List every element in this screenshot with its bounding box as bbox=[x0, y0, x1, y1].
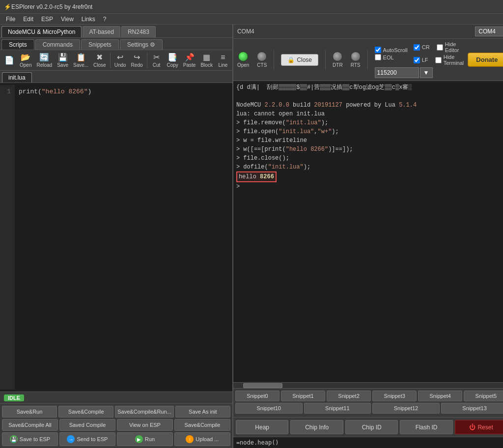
cts-led bbox=[257, 52, 267, 61]
run-button[interactable]: ▶ Run bbox=[117, 432, 173, 446]
open-button[interactable]: 📂 Open bbox=[18, 52, 33, 69]
reload-label: Reload bbox=[36, 62, 52, 68]
reload-button[interactable]: 🔄 Reload bbox=[34, 52, 54, 69]
term-line-garbage: {d d满| 刮郧▒▒▒▒▒$▒▒#|营▒▒▒况插▒▒c犁og滤og芝▒▒c▒x… bbox=[236, 83, 503, 92]
view-on-esp-button-2[interactable]: View on ESP bbox=[117, 419, 173, 431]
eol-checkbox[interactable] bbox=[375, 54, 381, 60]
reset-button[interactable]: ⏻ Reset bbox=[455, 420, 503, 434]
donate-button[interactable]: Donate bbox=[468, 53, 503, 67]
paste-button[interactable]: 📌 Paste bbox=[181, 52, 198, 69]
h-scrollbar[interactable] bbox=[233, 382, 503, 388]
tab-settings[interactable]: Settings ⚙ bbox=[120, 39, 163, 50]
tab-commands[interactable]: Commands bbox=[35, 39, 80, 50]
view-on-esp-button-1[interactable]: Saved Compile bbox=[59, 419, 115, 431]
upload-icon: ↑ bbox=[186, 435, 194, 443]
primary-tab-bar: NodeMCU & MicroPython AT-based RN2483 bbox=[0, 25, 232, 38]
chip-info-button[interactable]: Chip Info bbox=[290, 420, 343, 434]
save-as-button[interactable]: 📋 Save... bbox=[71, 52, 90, 69]
open-label: Open bbox=[237, 62, 249, 68]
undo-button[interactable]: ↩ Undo bbox=[112, 52, 128, 69]
line-button[interactable]: ≡ Line bbox=[216, 52, 230, 69]
save-compile-all-button[interactable]: Save&Compile All bbox=[2, 419, 58, 431]
upload-button[interactable]: ↑ Upload ... bbox=[174, 432, 230, 446]
tab-at[interactable]: AT-based bbox=[83, 26, 120, 37]
tab-rn2483[interactable]: RN2483 bbox=[121, 26, 156, 37]
save-button[interactable]: 💾 Save bbox=[55, 52, 70, 69]
tab-snippets[interactable]: Snippets bbox=[81, 39, 119, 50]
send-to-esp-button[interactable]: → Send to ESP bbox=[59, 432, 115, 446]
file-tab-initlua[interactable]: init.lua bbox=[2, 72, 32, 83]
save-compile-button[interactable]: Save&Compile bbox=[58, 406, 113, 418]
redo-icon: ↪ bbox=[134, 53, 140, 62]
close-serial-button[interactable]: 🔒 Close bbox=[281, 54, 318, 66]
snippet11-button[interactable]: Snippet11 bbox=[304, 403, 371, 414]
snippet13-button[interactable]: Snippet13 bbox=[441, 403, 503, 414]
chip-id-button[interactable]: Chip ID bbox=[345, 420, 398, 434]
flash-id-button[interactable]: Flash ID bbox=[400, 420, 453, 434]
save-compile-run-button[interactable]: Save&Compile&Run... bbox=[115, 406, 173, 418]
open-icon: 📂 bbox=[21, 53, 30, 62]
tab-nodemcu[interactable]: NodeMCU & MicroPython bbox=[1, 26, 82, 37]
snippet5-button[interactable]: Snippet5 bbox=[464, 391, 503, 401]
menu-esp[interactable]: ESP bbox=[37, 15, 57, 24]
snippet4-button[interactable]: Snippet4 bbox=[418, 391, 462, 401]
hide-editor-checkbox[interactable] bbox=[437, 44, 443, 51]
code-content[interactable]: print("hello 8266") bbox=[15, 85, 232, 390]
save-as-init-button[interactable]: Save As init bbox=[175, 406, 230, 418]
save-run-button[interactable]: Save&Run bbox=[2, 406, 57, 418]
com-port-label: COM4 bbox=[237, 28, 254, 35]
snippet10-button[interactable]: Snippet10 bbox=[235, 403, 303, 414]
copy-button[interactable]: 📑 Copy bbox=[165, 52, 180, 69]
block-icon: ▦ bbox=[203, 53, 210, 62]
menu-file[interactable]: File bbox=[2, 15, 19, 24]
cr-row: CR Hide Editor bbox=[414, 41, 464, 53]
term-line-prompt: > bbox=[236, 182, 503, 191]
secondary-tab-bar: Scripts Commands Snippets Settings ⚙ bbox=[0, 38, 232, 50]
send-to-esp-icon: → bbox=[67, 435, 75, 443]
new-button[interactable]: 📄 bbox=[2, 55, 17, 66]
command-input[interactable] bbox=[236, 439, 503, 446]
lf-checkbox[interactable] bbox=[414, 57, 420, 63]
menu-help[interactable]: ? bbox=[99, 15, 111, 24]
file-tab-bar: init.lua bbox=[0, 71, 232, 83]
redo-button[interactable]: ↪ Redo bbox=[129, 52, 145, 69]
cut-icon: ✂ bbox=[153, 53, 160, 62]
close-file-button[interactable]: ✖ Close bbox=[91, 52, 108, 69]
menu-edit[interactable]: Edit bbox=[19, 15, 37, 24]
cut-label: Cut bbox=[153, 62, 161, 68]
term-line-close: > file.close(); bbox=[236, 154, 503, 163]
snippet12-button[interactable]: Snippet12 bbox=[372, 403, 440, 414]
save-to-esp-button[interactable]: 💾 Save to ESP bbox=[2, 432, 58, 446]
com-port-dropdown[interactable]: COM4 bbox=[475, 27, 503, 36]
code-line-1: print("hello 8266") bbox=[19, 88, 91, 95]
snippet0-button[interactable]: Snippet0 bbox=[235, 391, 279, 401]
baud-rate-dropdown-btn[interactable]: ▼ bbox=[420, 67, 433, 78]
menu-links[interactable]: Links bbox=[78, 15, 99, 24]
term-line-dofile: > dofile("init.lua"); bbox=[236, 163, 503, 171]
heap-button[interactable]: Heap bbox=[236, 420, 289, 434]
term-line-fileopen: > file.open("init.lua","w+"); bbox=[236, 127, 503, 136]
autoscroll-checkbox[interactable] bbox=[375, 47, 381, 53]
terminal[interactable]: {d d满| 刮郧▒▒▒▒▒$▒▒#|营▒▒▒况插▒▒c犁og滤og芝▒▒c▒x… bbox=[233, 81, 503, 382]
save-icon: 💾 bbox=[58, 53, 68, 62]
block-button[interactable]: ▦ Block bbox=[198, 52, 214, 69]
paste-label: Paste bbox=[183, 62, 196, 68]
menu-view[interactable]: View bbox=[57, 15, 78, 24]
snippet3-button[interactable]: Snippet3 bbox=[372, 391, 417, 401]
btn-row-3: 💾 Save to ESP → Send to ESP ▶ Run ↑ Uplo… bbox=[2, 432, 230, 446]
snippet1-button[interactable]: Snippet1 bbox=[281, 391, 325, 401]
copy-icon: 📑 bbox=[168, 53, 177, 62]
undo-label: Undo bbox=[114, 62, 126, 68]
snippet2-button[interactable]: Snippet2 bbox=[327, 391, 371, 401]
autoscroll-row: AutoScroll bbox=[375, 47, 408, 53]
code-editor[interactable]: 1 print("hello 8266") bbox=[0, 83, 232, 392]
tab-scripts[interactable]: Scripts bbox=[1, 39, 34, 50]
baud-rate-input[interactable] bbox=[375, 67, 419, 78]
hide-terminal-checkbox[interactable] bbox=[435, 57, 442, 63]
save-compile-button-2[interactable]: Save&Compile bbox=[174, 419, 230, 431]
serial-divider-2 bbox=[325, 50, 326, 70]
left-panel: NodeMCU & MicroPython AT-based RN2483 Sc… bbox=[0, 25, 233, 448]
cr-checkbox[interactable] bbox=[414, 44, 420, 51]
btn-row-1: Save&Run Save&Compile Save&Compile&Run..… bbox=[2, 406, 230, 418]
cut-button[interactable]: ✂ Cut bbox=[149, 52, 164, 69]
